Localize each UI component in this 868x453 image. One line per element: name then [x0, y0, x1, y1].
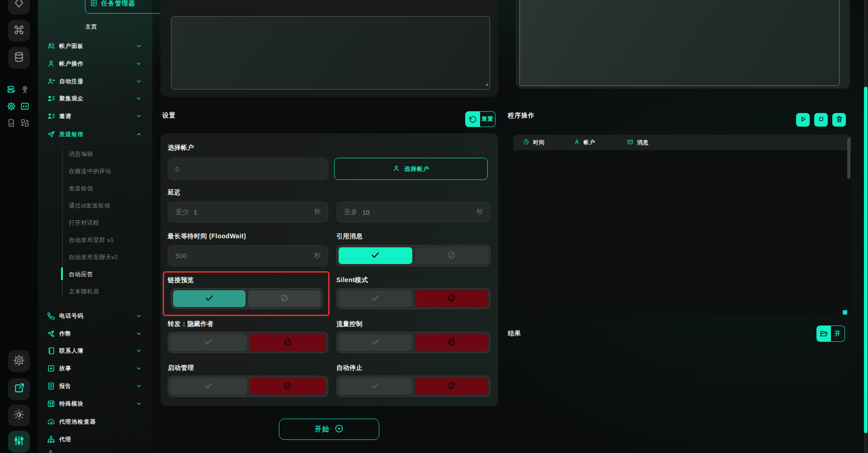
sidebar-item-gather-audience[interactable]: 聚集观众 [43, 91, 146, 106]
document-check-icon[interactable] [7, 118, 16, 127]
check-icon [203, 381, 213, 392]
submenu-item-message-edit[interactable]: 消息编辑 [69, 148, 146, 160]
sidebar-item-reports[interactable]: 报告 [43, 379, 146, 393]
chevron-down-icon [136, 313, 142, 319]
select-account-button[interactable]: 选择帐户 [334, 158, 488, 180]
floodwait-input[interactable]: 500 秒 [168, 245, 328, 266]
sidebar-item-proxy[interactable]: 代理 [43, 432, 146, 447]
column-label: 时间 [533, 139, 545, 146]
chevron-down-icon [136, 43, 142, 49]
submenu-item-text-randomizer[interactable]: 文本随机器 [69, 286, 146, 297]
submenu-item-open-dialog[interactable]: 打开对话框 [69, 217, 146, 229]
toggle-on-button[interactable] [339, 378, 412, 395]
toggle-off-button[interactable] [248, 290, 321, 307]
sidebar-item-proxy-checker[interactable]: 代理池检查器 [43, 415, 146, 429]
person-list-icon [47, 94, 55, 103]
floodwait-unit: 秒 [314, 252, 321, 260]
submenu-item-channel-comments[interactable]: 在频道中的评论 [69, 165, 146, 177]
submenu-item-send-sms[interactable]: 发送短信 [69, 183, 146, 194]
quote-message-label: 引用消息 [336, 232, 363, 241]
chevron-down-icon [136, 78, 142, 85]
webcam-icon[interactable] [20, 85, 29, 94]
sidebar-item-stories[interactable]: 故事 [43, 361, 146, 376]
command-nav-button[interactable] [8, 20, 30, 42]
theme-toggle-button[interactable] [8, 405, 30, 426]
floodwait-label: 最长等待时间 (FloodWait) [168, 232, 246, 241]
results-title: 结果 [508, 330, 521, 338]
stop-button[interactable] [814, 113, 828, 127]
sidebar-item-contact-book[interactable]: 联系人簿 [43, 344, 146, 358]
delay-unit: 秒 [314, 208, 321, 216]
silent-mode-label: Silent模式 [336, 276, 368, 284]
delay-max-prefix: 至多 [344, 208, 358, 217]
column-account[interactable]: 帐户 [574, 139, 595, 146]
toggle-on-button[interactable] [170, 334, 247, 351]
sidebar-item-special-modules[interactable]: 特殊模块 [43, 396, 146, 411]
toggle-on-button[interactable] [339, 247, 412, 264]
code-window-icon[interactable] [20, 102, 29, 111]
table-scrollbar-thumb[interactable] [847, 138, 850, 179]
toggle-off-button[interactable] [415, 247, 489, 264]
submenu-item-auto-reply[interactable]: 自动应答 [69, 269, 146, 280]
check-icon [370, 250, 380, 261]
run-button[interactable] [796, 113, 810, 127]
person-list-icon [47, 112, 55, 120]
toggle-off-button[interactable] [415, 378, 489, 395]
preview-card [516, 0, 850, 89]
delay-unit: 秒 [476, 208, 483, 216]
external-link-button[interactable] [8, 378, 30, 400]
clock-icon [523, 139, 529, 146]
column-time[interactable]: 时间 [523, 139, 545, 146]
sidebar-item-cheat[interactable]: 作弊 [43, 326, 146, 341]
sidebar-item-phone-numbers[interactable]: 电话号码 [43, 309, 146, 323]
column-message[interactable]: 消息 [627, 139, 649, 146]
forward-hide-author-label: 转发：隐藏作者 [168, 320, 214, 328]
sidebar-item-invite[interactable]: 邀请 [43, 109, 146, 123]
open-label: 开 [831, 326, 845, 342]
check-icon [370, 337, 380, 348]
brightness-icon [13, 409, 25, 422]
account-count-input[interactable]: 0 [168, 158, 328, 180]
resize-grip-icon[interactable] [482, 80, 489, 88]
sidebar-item-label: 帐户操作 [59, 60, 84, 68]
delay-min-input[interactable]: 至少 1 秒 [168, 202, 328, 222]
toggle-off-button[interactable] [415, 290, 489, 307]
sidebar-item-account-ops[interactable]: 帐户操作 [43, 57, 146, 71]
sidebar-item-send-sms[interactable]: 发送短信 [43, 127, 146, 142]
toggle-off-button[interactable] [415, 334, 489, 351]
settings-rail-button[interactable] [8, 350, 30, 372]
chevron-down-icon [136, 330, 142, 337]
table-resize-handle[interactable] [843, 310, 847, 315]
preview-panel[interactable] [519, 0, 840, 86]
swap-icon[interactable] [20, 118, 29, 127]
submenu-item-autopost-group-v1[interactable]: 自动发布至群 v1 [69, 234, 146, 246]
sidebar-item-account-panel[interactable]: 帐户面板 [43, 39, 146, 53]
block-icon [283, 337, 292, 348]
sliders-button[interactable] [8, 431, 30, 453]
toggle-on-button[interactable] [170, 378, 247, 395]
server-check-icon[interactable] [7, 85, 16, 94]
toggle-on-button[interactable] [339, 334, 412, 351]
start-button[interactable]: 开始 [279, 419, 379, 440]
floodwait-value: 500 [175, 252, 187, 260]
sidebar-item-label: 作弊 [59, 330, 71, 338]
open-results-button[interactable]: 开 [816, 326, 845, 342]
report-icon [47, 382, 55, 390]
toggle-on-button[interactable] [339, 290, 412, 307]
submenu-item-autopost-chat-v2[interactable]: 自动发布至聊天v2 [69, 251, 146, 263]
clear-button[interactable] [832, 113, 846, 127]
submenu-item-send-by-id[interactable]: 通过id发送短信 [69, 200, 146, 212]
reset-button[interactable]: 重置 [465, 111, 495, 127]
toggle-on-button[interactable] [173, 290, 245, 307]
message-textarea[interactable] [171, 16, 490, 90]
check-icon [203, 337, 213, 348]
diamond-nav-button[interactable] [8, 0, 30, 14]
sidebar-item-auto-register[interactable]: 自动注册 [43, 74, 146, 89]
database-nav-button[interactable] [8, 47, 30, 69]
toggle-off-button[interactable] [250, 334, 326, 351]
sliders-icon [13, 435, 25, 448]
gear-mini-icon[interactable] [7, 102, 16, 111]
page-scrollbar-thumb[interactable] [864, 87, 868, 433]
delay-max-input[interactable]: 至多 10 秒 [336, 202, 491, 222]
toggle-off-button[interactable] [250, 378, 326, 395]
